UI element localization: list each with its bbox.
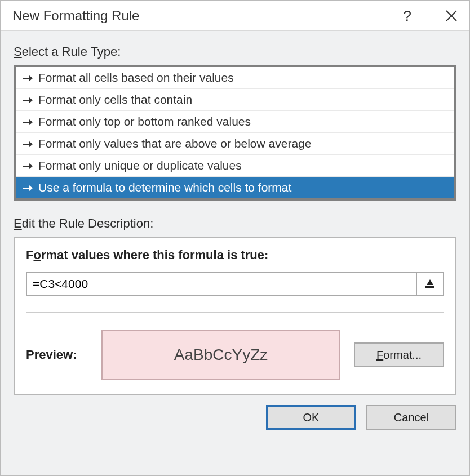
rule-type-item[interactable]: Format all cells based on their values: [16, 67, 454, 89]
new-formatting-rule-dialog: New Formatting Rule ? Select a Rule Type…: [0, 0, 470, 476]
rule-type-label: Format only cells that contain: [38, 93, 192, 106]
titlebar-controls: ?: [404, 8, 458, 23]
preview-label: Preview:: [26, 348, 88, 362]
rule-type-item[interactable]: Format only values that are above or bel…: [16, 133, 454, 155]
rule-type-item[interactable]: Format only top or bottom ranked values: [16, 111, 454, 133]
arrow-icon: [23, 162, 33, 170]
rule-type-label: Use a formula to determine which cells t…: [38, 181, 291, 194]
rule-type-list[interactable]: Format all cells based on their valuesFo…: [14, 65, 456, 201]
svg-marker-7: [23, 185, 33, 191]
preview-sample: AaBbCcYyZz: [101, 330, 340, 380]
formula-input[interactable]: [26, 272, 417, 296]
close-button[interactable]: [445, 10, 458, 22]
svg-marker-5: [23, 141, 33, 147]
rule-type-item[interactable]: Use a formula to determine which cells t…: [16, 177, 454, 198]
titlebar: New Formatting Rule ?: [1, 1, 469, 31]
svg-marker-2: [23, 75, 33, 81]
rule-description-panel: Format values where this formula is true…: [14, 237, 456, 395]
arrow-icon: [23, 74, 33, 82]
rule-type-label: Format only values that are above or bel…: [38, 137, 311, 150]
arrow-icon: [23, 96, 33, 104]
ok-button[interactable]: OK: [266, 405, 356, 430]
dialog-buttons: OK Cancel: [14, 395, 456, 430]
rule-type-item[interactable]: Format only unique or duplicate values: [16, 155, 454, 177]
arrow-icon: [23, 184, 33, 192]
svg-marker-9: [427, 279, 433, 285]
divider: [26, 312, 444, 313]
rule-type-label: Format all cells based on their values: [38, 71, 234, 84]
arrow-icon: [23, 140, 33, 148]
format-values-heading: Format values where this formula is true…: [26, 248, 444, 263]
collapse-icon: [424, 278, 436, 290]
rule-type-item[interactable]: Format only cells that contain: [16, 89, 454, 111]
formula-row: [26, 272, 444, 296]
rule-type-label: Format only top or bottom ranked values: [38, 115, 251, 128]
svg-marker-4: [23, 119, 33, 125]
select-rule-type-label: Select a Rule Type:: [14, 45, 456, 59]
arrow-icon: [23, 118, 33, 126]
dialog-content: Select a Rule Type: Format all cells bas…: [1, 31, 469, 475]
collapse-dialog-button[interactable]: [417, 272, 444, 296]
rule-type-label: Format only unique or duplicate values: [38, 159, 242, 172]
svg-marker-3: [23, 97, 33, 103]
cancel-button[interactable]: Cancel: [366, 405, 456, 430]
svg-marker-6: [23, 163, 33, 169]
format-button[interactable]: Format...: [354, 342, 444, 367]
svg-rect-8: [425, 286, 434, 288]
dialog-title: New Formatting Rule: [12, 8, 139, 24]
edit-rule-description-label: Edit the Rule Description:: [14, 216, 456, 231]
preview-row: Preview: AaBbCcYyZz Format...: [26, 330, 444, 380]
help-button[interactable]: ?: [404, 8, 411, 23]
